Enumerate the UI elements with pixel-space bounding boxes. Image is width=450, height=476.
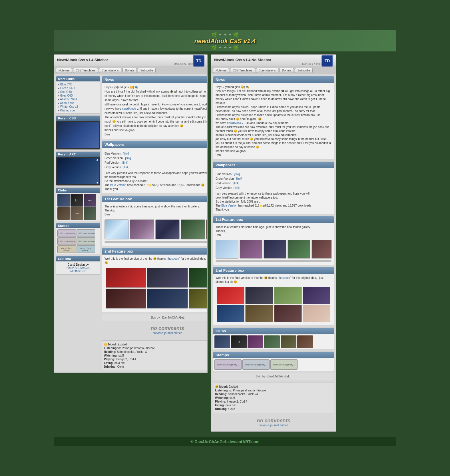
r-club-4: [264, 335, 280, 348]
left-listening: Listening to: Prima pe dreapta - fiecare: [104, 347, 208, 350]
css-info-title: CSS Info: [56, 256, 100, 261]
link-red-c4d[interactable]: Red C4D: [58, 90, 98, 94]
right-css-btn[interactable]: CSS Templates: [230, 68, 255, 73]
left-panel: NewdAlook Css v1.4 Sidebar Mon Jul 27, 2…: [54, 54, 208, 373]
r-thumb-4: [288, 240, 310, 259]
wp-grey-link[interactable]: [link]: [123, 166, 129, 169]
right-wp-blue-link[interactable]: [link]: [234, 173, 240, 176]
right-wallpapers-body: Blue Version : [link] Green Version : [l…: [213, 168, 334, 214]
f2-thumb-1: [106, 268, 146, 288]
thespook-link[interactable]: `thespook`: [166, 257, 180, 260]
right-wp-grey-link[interactable]: [link]: [234, 186, 240, 189]
wp-green-link[interactable]: [link]: [125, 157, 131, 160]
right-note-btn[interactable]: Note me: [213, 68, 229, 73]
eating-value: on a diet: [114, 361, 125, 365]
left-content-area: News Hey Guys(and girls 😊) 🎭 How are thi…: [102, 76, 208, 371]
thumb-1: [105, 219, 129, 239]
css-designer-label: Css & Design by: [58, 263, 98, 266]
link-winter-css[interactable]: Winter Css v2: [58, 105, 98, 109]
stamp-3: not for commissions: [57, 237, 76, 245]
left-feature2-body: Well this is the final version of thumbs…: [102, 255, 208, 312]
rf2-t5: [217, 305, 244, 322]
link-green-c4d[interactable]: Green C4D: [58, 86, 98, 90]
link-abstract[interactable]: Abstract Wall.: [58, 97, 98, 101]
right-wp-green-link[interactable]: [link]: [236, 177, 242, 180]
left-previous-journal[interactable]: previous journal entries: [105, 331, 208, 335]
link-annas-css[interactable]: Anna`s css: [58, 101, 98, 105]
right-clubs-body: B: [213, 334, 334, 349]
right-gallery-scroll[interactable]: [216, 260, 332, 262]
clubs-grid: B. tics club: [56, 193, 100, 221]
newdalook-link-1[interactable]: newdAlook: [122, 107, 136, 110]
right-stamps-title: Stamps: [213, 352, 334, 358]
scroll-up-icon[interactable]: ▲: [96, 158, 99, 161]
stamp-1: not for commissions: [57, 229, 76, 237]
right-wallpaper-links: Blue Version : [link] Green Version : [l…: [216, 172, 332, 190]
right-newdalook-link[interactable]: newdAlook: [227, 121, 241, 125]
f2-thumb-3: [189, 268, 208, 288]
r-mood-label: Mood:: [219, 385, 228, 388]
left-note-btn[interactable]: Note me: [56, 68, 72, 73]
css-designer-link[interactable]: =Dan4ArChAnGeL: [66, 266, 90, 269]
right-thespook-link[interactable]: `thespook`: [278, 276, 291, 279]
right-wp-green: Green Version : [link]: [216, 177, 332, 181]
r-club-1: [214, 335, 230, 348]
left-main-content: More Links Blue C4D Green C4D Red C4D Gr…: [54, 74, 207, 373]
link-grey-c4d[interactable]: Grey C4D: [58, 94, 98, 97]
left-feature1-title: 1st Feature box: [102, 196, 208, 202]
stamp-6: when i like a gallery...: [77, 245, 95, 253]
left-reading: Reading: School books.. Yuck :-&: [104, 350, 208, 353]
r-reading-value: School books.. Yuck :-&: [228, 393, 258, 396]
right-wallpapers-title: Wallpapers: [213, 162, 334, 168]
left-feature2-title: 2nd Feature box: [102, 248, 208, 255]
left-commissions-btn[interactable]: Commissions: [99, 68, 121, 73]
rf2-t1: [217, 287, 244, 304]
right-nav-bar: Note me CSS Templates Commissions Donate…: [211, 67, 336, 74]
link-kissing[interactable]: Kissing you: [58, 109, 98, 112]
f2-thumb-6: [189, 289, 208, 309]
gallery-scrollbar[interactable]: [105, 241, 208, 243]
r-listening-value: Prima pe dreapta - fiecare: [233, 389, 266, 392]
left-css-btn[interactable]: CSS Templates: [73, 68, 98, 73]
rf2-t3: [274, 287, 302, 304]
stamps-title: Stamps: [56, 223, 100, 228]
right-stamps-body: when i like a gallery... when i like a g…: [213, 358, 334, 371]
right-mood-box: 😊 Mood: Excited Listening to: Prima pe d…: [213, 383, 334, 413]
right-donate-btn[interactable]: Donate: [280, 68, 294, 73]
reading-value: School books.. Yuck :-&: [117, 350, 147, 353]
left-eating: Eating: on a diet: [104, 361, 208, 365]
left-sidebar: More Links Blue C4D Green C4D Red C4D Gr…: [56, 76, 100, 371]
scroll-down-icon[interactable]: ▼: [96, 181, 99, 184]
listening-value: Prima pe dreapta - fiecare: [122, 347, 155, 350]
left-feature1-body: These is a feature i did some time ago..…: [102, 202, 208, 246]
right-listening: Listening to: Prima pe dreapta - fiecare: [215, 389, 332, 392]
right-reading: Reading: School books.. Yuck :-&: [215, 393, 332, 396]
left-feature1-section: 1st Feature box These is a feature i did…: [102, 195, 208, 246]
right-feature2-title: 2nd Feature box: [213, 267, 334, 274]
left-news-body: Hey Guys(and girls 😊) 🎭 How are things? …: [102, 83, 208, 139]
link-blue-c4d[interactable]: Blue C4D: [58, 83, 98, 86]
wp-blue-link[interactable]: [link]: [123, 152, 129, 155]
left-mood: 😊 Mood: Excited: [104, 343, 208, 346]
right-wp-red-link[interactable]: [link]: [234, 182, 240, 185]
reading-label: Reading:: [104, 350, 116, 353]
right-commissions-btn[interactable]: Commissions: [256, 68, 278, 73]
drinking-value: Coke: [117, 365, 124, 368]
playing-label: Playing:: [104, 358, 115, 361]
right-no-comments: no comments previous journal entries: [213, 415, 334, 430]
left-subscribe-btn[interactable]: Subscribe: [138, 68, 156, 73]
recent-css-img: [56, 121, 100, 149]
right-previous-journal[interactable]: previous journal entries: [216, 424, 331, 427]
r-reading-label: Reading:: [215, 393, 227, 396]
thumb-2: [130, 219, 154, 239]
css-info-section: CSS Info Css & Design by =Dan4ArChAnGeL …: [56, 256, 100, 275]
right-subscribe-btn[interactable]: Subscribe: [295, 68, 313, 73]
eating-label: Eating:: [104, 361, 114, 365]
right-feature1-gallery: [216, 239, 332, 260]
wp-red-link[interactable]: [link]: [122, 161, 128, 164]
recent-css-placeholder: [57, 122, 99, 148]
left-drinking: Drinking: Coke: [104, 365, 208, 368]
get-css-link[interactable]: Get this CSS: [70, 269, 87, 273]
right-wp-blue: Blue Version : [link]: [216, 172, 332, 176]
left-donate-btn[interactable]: Donate: [122, 68, 137, 73]
